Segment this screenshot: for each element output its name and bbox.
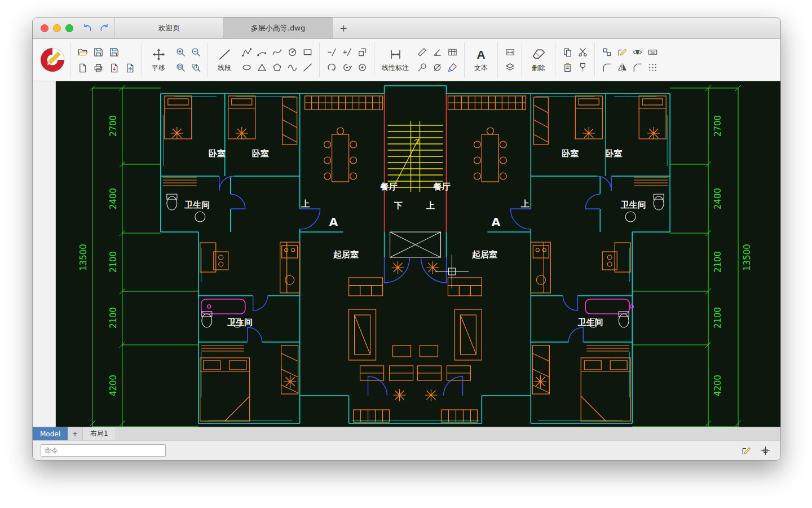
print-button[interactable] <box>91 60 105 75</box>
trim-button[interactable] <box>324 45 339 60</box>
tab-drawing-label: 多层小高等.dwg <box>251 23 305 33</box>
zoom-in-button[interactable] <box>173 45 188 60</box>
orbit-button[interactable] <box>355 60 369 75</box>
fullscreen-button[interactable] <box>65 24 73 32</box>
label-up: 上 <box>426 200 435 211</box>
traffic-lights <box>33 17 80 38</box>
redo-button[interactable] <box>97 21 112 35</box>
save-as-button[interactable] <box>107 45 121 59</box>
delete-button[interactable]: 删除 <box>527 46 550 74</box>
format-painter-button[interactable] <box>575 60 590 75</box>
tab-welcome-label: 欢迎页 <box>158 23 180 33</box>
zoom-out-button[interactable] <box>188 45 203 60</box>
copy-button[interactable] <box>560 45 575 60</box>
zoom-window-button[interactable] <box>188 60 203 75</box>
walls-layer <box>161 86 670 423</box>
table-dimension-button[interactable] <box>445 45 460 60</box>
new-tab-button[interactable]: + <box>333 17 354 38</box>
rotate-button[interactable] <box>339 60 354 75</box>
offset-button[interactable] <box>355 45 369 60</box>
mirror-icon <box>617 62 628 73</box>
line-button[interactable]: 线段 <box>213 46 236 74</box>
angle-dimension-button[interactable] <box>430 45 444 60</box>
section-mark: A <box>492 215 501 229</box>
dim-2700-left: 2700 <box>108 115 118 137</box>
text-group: A 文本 <box>465 42 498 77</box>
edit-block-button[interactable] <box>615 45 629 60</box>
fillet-button[interactable] <box>599 60 614 75</box>
arc-edit-button[interactable] <box>324 60 339 75</box>
room-label-bedroom: 卧室 <box>252 148 269 159</box>
new-file-button[interactable] <box>75 60 90 75</box>
curve-button[interactable] <box>285 60 299 75</box>
undo-button[interactable] <box>80 21 95 35</box>
eraser-icon <box>532 47 546 62</box>
layers-button[interactable] <box>502 60 517 75</box>
tab-welcome[interactable]: 欢迎页 <box>114 17 224 38</box>
drawing-canvas[interactable]: 2700 2400 2100 2100 4200 13500 2700 2400… <box>56 81 780 427</box>
crosshair-toggle-button[interactable] <box>758 443 773 458</box>
doors-layer <box>219 176 611 396</box>
mirror-button[interactable] <box>615 60 629 75</box>
zoom-extents-button[interactable] <box>173 60 188 75</box>
command-bar <box>33 440 780 460</box>
tab-drawing[interactable]: 多层小高等.dwg <box>223 17 333 38</box>
paint-brush-button[interactable] <box>445 60 460 75</box>
pan-button[interactable]: 平移 <box>147 46 170 74</box>
arc-button[interactable] <box>254 45 269 60</box>
cut-button[interactable] <box>575 45 590 60</box>
linear-dimension-button[interactable]: 线性标注 <box>379 46 412 74</box>
minimize-button[interactable] <box>53 24 61 32</box>
clipboard-group <box>555 42 595 77</box>
polygon-button[interactable] <box>270 60 284 75</box>
ellipse-button[interactable] <box>239 60 254 75</box>
edit-block-icon <box>617 47 628 58</box>
crosshair-icon <box>760 445 771 456</box>
polyline-button[interactable] <box>239 45 254 60</box>
diameter-dimension-icon <box>432 62 443 73</box>
modify-group <box>320 42 374 77</box>
dim-2400-right: 2400 <box>713 188 723 209</box>
add-layout-button[interactable]: + <box>68 427 83 440</box>
tab-model[interactable]: Model <box>33 427 68 440</box>
open-button[interactable] <box>75 45 90 59</box>
line-label: 线段 <box>218 63 231 73</box>
chamfer-button[interactable] <box>630 60 645 75</box>
fixtures-layer <box>167 194 664 327</box>
floor-plan-svg: 2700 2400 2100 2100 4200 13500 2700 2400… <box>56 81 780 427</box>
delete-group: 删除 <box>522 42 555 77</box>
triangle-button[interactable] <box>254 60 269 75</box>
diameter-dimension-button[interactable] <box>430 60 444 75</box>
aligned-dimension-button[interactable] <box>414 45 429 60</box>
keyboard-button[interactable] <box>645 45 660 60</box>
printer-icon <box>93 63 104 73</box>
markup-button[interactable] <box>739 443 753 458</box>
save-button[interactable] <box>91 45 105 59</box>
command-input[interactable] <box>41 444 166 457</box>
dim-2700-right: 2700 <box>713 115 723 137</box>
paste-button[interactable] <box>560 60 575 75</box>
export-image-button[interactable] <box>122 60 137 75</box>
close-button[interactable] <box>41 24 48 32</box>
undo-icon <box>82 23 92 33</box>
room-label-bathroom: 卫生间 <box>184 200 210 210</box>
dimension-style-button[interactable] <box>502 45 517 60</box>
open-folder-icon <box>77 47 88 58</box>
elevator-shaft <box>390 232 441 257</box>
visibility-button[interactable] <box>630 45 645 60</box>
radius-dimension-button[interactable] <box>414 60 429 75</box>
extend-button[interactable] <box>339 45 354 60</box>
export-pdf-button[interactable] <box>107 60 121 75</box>
hatch-line-button[interactable] <box>300 60 315 75</box>
block-button[interactable] <box>599 45 614 60</box>
copy-icon <box>562 47 573 58</box>
text-button[interactable]: A 文本 <box>469 46 493 74</box>
spline-button[interactable] <box>270 45 284 60</box>
circle-button[interactable] <box>285 45 299 60</box>
dim-2100b-left: 2100 <box>108 307 118 329</box>
room-label-bedroom: 卧室 <box>562 148 579 159</box>
rectangle-button[interactable] <box>300 45 315 60</box>
block-group <box>595 42 664 77</box>
array-button[interactable] <box>645 60 660 75</box>
tab-layout1[interactable]: 布局1 <box>83 427 116 440</box>
